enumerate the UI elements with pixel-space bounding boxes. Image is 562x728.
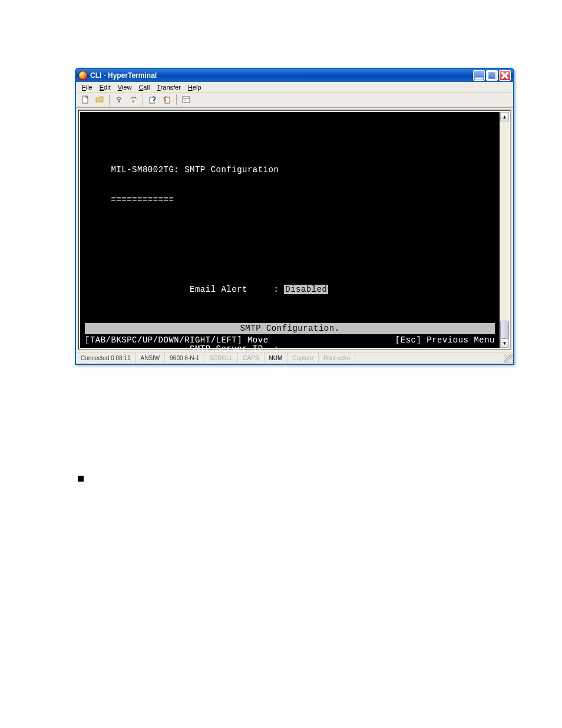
properties-icon[interactable]: [180, 94, 192, 106]
terminal-footer-bar: SMTP Configuration.: [85, 323, 495, 334]
maximize-button[interactable]: [486, 70, 498, 81]
menu-transfer[interactable]: Transfer: [153, 83, 184, 91]
svg-rect-13: [184, 100, 186, 101]
field-label-password: Password: [190, 523, 232, 532]
svg-point-6: [118, 100, 120, 103]
menu-file[interactable]: File: [78, 83, 96, 91]
svg-rect-0: [475, 78, 483, 80]
terminal-nav-right: [Esc] Previous Menu: [395, 335, 495, 345]
field-label-email-alert: Email Alert: [190, 285, 247, 294]
terminal-device-name: MIL-SM8002TG: [111, 165, 174, 174]
hyperterminal-window: CLI - HyperTerminal File Edit View Call …: [75, 68, 514, 365]
bullet-square: [78, 476, 84, 482]
scroll-up-icon[interactable]: ▲: [500, 112, 509, 121]
toolbar-separator: [109, 94, 110, 105]
open-icon[interactable]: [94, 94, 105, 106]
receive-icon[interactable]: [161, 94, 173, 106]
toolbar-separator-3: [176, 94, 177, 105]
window-controls: [473, 70, 511, 81]
terminal-screen-title: SMTP Configuration: [184, 165, 279, 174]
toolbar-separator-2: [143, 94, 143, 105]
minimize-button[interactable]: [473, 70, 485, 81]
disconnect-icon[interactable]: [127, 94, 139, 106]
connect-icon[interactable]: [113, 94, 125, 106]
scroll-track[interactable]: [500, 121, 509, 338]
terminal-screen[interactable]: MIL-SM8002TG: SMTP Configuration =======…: [80, 112, 500, 348]
svg-marker-5: [96, 97, 103, 102]
client-area: MIL-SM8002TG: SMTP Configuration =======…: [76, 108, 513, 352]
toolbar: [76, 93, 513, 108]
menu-view[interactable]: View: [114, 83, 135, 91]
titlebar[interactable]: CLI - HyperTerminal: [76, 69, 513, 82]
app-icon: [78, 71, 88, 80]
field-label-mail-account: Mail Account: [190, 463, 253, 473]
field-value-email-alert[interactable]: Disabled: [284, 285, 328, 294]
menu-edit[interactable]: Edit: [96, 83, 114, 91]
menubar: File Edit View Call Transfer Help: [76, 82, 513, 93]
vertical-scrollbar[interactable]: ▲ ▼: [500, 112, 509, 348]
menu-call[interactable]: Call: [135, 83, 153, 91]
field-label-smtp-server-ip: SMTP Server IP: [190, 344, 263, 354]
svg-point-7: [132, 100, 134, 103]
window-title: CLI - HyperTerminal: [90, 71, 473, 80]
svg-rect-1: [488, 71, 496, 80]
field-label-authentication: Authentication: [190, 404, 263, 413]
resize-grip-icon[interactable]: [504, 354, 513, 363]
scroll-thumb[interactable]: [500, 321, 509, 338]
close-button[interactable]: [499, 70, 511, 81]
scroll-down-icon[interactable]: ▼: [500, 338, 509, 348]
send-icon[interactable]: [147, 94, 158, 106]
terminal-nav-row: [TAB/BKSPC/UP/DOWN/RIGHT/LEFT] Move [Esc…: [85, 335, 495, 345]
terminal-border: MIL-SM8002TG: SMTP Configuration =======…: [78, 110, 511, 350]
field-label-confirm-password: Confirm Password: [190, 583, 273, 592]
new-icon[interactable]: [80, 94, 91, 106]
terminal-nav-left: [TAB/BKSPC/UP/DOWN/RIGHT/LEFT] Move: [85, 335, 269, 345]
terminal-underline: ============: [111, 195, 174, 205]
menu-help[interactable]: Help: [184, 83, 205, 91]
